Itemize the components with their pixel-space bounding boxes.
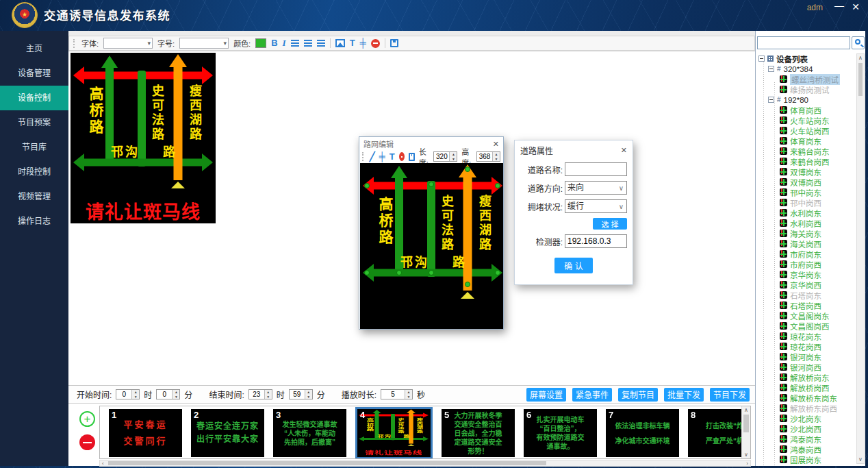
- align-center-icon[interactable]: [304, 40, 312, 47]
- tree-device-item[interactable]: 银河岗东: [757, 352, 857, 362]
- main-sign-preview[interactable]: 高桥路 史可法路 瘦西湖路 邗沟 路 请礼让斑马线: [71, 53, 216, 223]
- close-icon[interactable]: ✕: [493, 140, 499, 149]
- collapse-icon[interactable]: [768, 66, 774, 72]
- playlist-thumb-5[interactable]: 5大力开展秋冬季交通安全整治百日会战，全力稳定道路交通安全形势！: [442, 409, 515, 457]
- minimize-icon[interactable]: —: [832, 0, 846, 11]
- action-button-3[interactable]: 批量下发: [664, 388, 704, 402]
- collapse-icon[interactable]: [758, 56, 765, 62]
- tree-device-item[interactable]: 国展岗东: [757, 454, 857, 465]
- tree-device-item[interactable]: 水利岗西: [757, 218, 857, 228]
- tree-device-item[interactable]: 来鹤台岗西: [757, 156, 857, 167]
- congestion-select[interactable]: 缓行: [565, 199, 627, 213]
- duration-stepper[interactable]: ▲▼: [381, 389, 413, 399]
- tree-device-item[interactable]: 文昌阁岗西: [757, 321, 857, 331]
- tree-device-item[interactable]: 京华岗东: [757, 269, 857, 280]
- remove-program-button[interactable]: [79, 434, 95, 450]
- action-button-1[interactable]: 紧急事件: [572, 388, 612, 402]
- text-tool-icon[interactable]: T: [390, 152, 395, 162]
- thumbnails-horizontal-scrollbar[interactable]: ‹ ›: [99, 460, 751, 467]
- scroll-down-icon[interactable]: ∨: [857, 456, 864, 463]
- tree-device-item[interactable]: 解放桥东岗东: [757, 393, 857, 403]
- insert-image-icon[interactable]: [335, 39, 345, 47]
- thumbnails-vertical-scrollbar[interactable]: ∧ ∨: [741, 406, 750, 458]
- italic-icon[interactable]: I: [283, 38, 286, 48]
- stepper-arrows-icon[interactable]: ▲▼: [172, 390, 179, 399]
- tree-scrollbar[interactable]: ∧ ∨: [856, 53, 865, 464]
- road-sign-canvas[interactable]: 高桥路 史可法路 瘦西湖路 邗沟 路 请礼让斑马线: [357, 409, 430, 456]
- tree-device-item[interactable]: 螺丝湾桥测试: [757, 74, 857, 84]
- end-minute-input[interactable]: [290, 390, 305, 399]
- length-stepper[interactable]: ▲▼: [433, 151, 457, 162]
- tree-device-item[interactable]: 市府岗西: [757, 259, 857, 269]
- tree-device-item[interactable]: 解放桥岗西: [757, 382, 857, 393]
- sidebar-item-1[interactable]: 设备管理: [0, 61, 68, 86]
- start-minute-input[interactable]: [157, 390, 172, 399]
- sidebar-item-6[interactable]: 视频管理: [0, 184, 68, 209]
- tree-group-1[interactable]: #192*80: [757, 95, 857, 105]
- road-sign-canvas[interactable]: 高桥路 史可法路 瘦西湖路 邗沟 路 请礼让斑马线: [71, 53, 216, 223]
- duration-input[interactable]: [381, 390, 405, 399]
- tree-device-item[interactable]: 石塔岗东: [757, 290, 857, 300]
- close-icon[interactable]: ✕: [849, 1, 863, 12]
- playlist-thumb-1[interactable]: 1平安春运交警同行: [109, 409, 182, 457]
- font-size-select[interactable]: [179, 38, 229, 49]
- font-select[interactable]: [103, 38, 153, 49]
- height-input[interactable]: [477, 152, 492, 161]
- road-name-input[interactable]: [565, 162, 627, 176]
- start-hour-stepper[interactable]: ▲▼: [116, 389, 140, 399]
- sidebar-item-3[interactable]: 节目预案: [0, 110, 68, 135]
- stepper-arrows-icon[interactable]: ▲▼: [492, 152, 500, 161]
- road-network-icon[interactable]: ╪: [360, 38, 366, 48]
- bold-icon[interactable]: B: [271, 38, 277, 48]
- text-tool-icon[interactable]: T: [350, 38, 355, 48]
- tree-device-item[interactable]: 解放桥东岗西: [757, 403, 857, 413]
- action-button-2[interactable]: 复制节目: [618, 388, 658, 402]
- tree-device-item[interactable]: 鸿泰岗西: [757, 444, 857, 454]
- color-swatch[interactable]: [255, 38, 266, 48]
- tree-device-item[interactable]: 火车站岗东: [757, 115, 857, 125]
- tree-device-item[interactable]: 邗中岗东: [757, 187, 857, 197]
- detector-input[interactable]: [565, 234, 627, 248]
- height-stepper[interactable]: ▲▼: [476, 151, 500, 162]
- playlist-thumb-4[interactable]: 4 高桥路 史可法路 瘦西湖路 邗沟 路 请礼让斑马线: [355, 407, 433, 459]
- tree-device-item[interactable]: 沙北岗东: [757, 413, 857, 423]
- scroll-down-icon[interactable]: ∨: [742, 452, 750, 458]
- start-hour-input[interactable]: [116, 390, 131, 399]
- sidebar-item-5[interactable]: 时段控制: [0, 160, 68, 184]
- tree-device-item[interactable]: 海关岗西: [757, 238, 857, 249]
- tree-device-item[interactable]: 水利岗东: [757, 208, 857, 218]
- tree-device-item[interactable]: 海关岗东: [757, 228, 857, 238]
- delete-icon[interactable]: [371, 39, 380, 48]
- save-icon[interactable]: [409, 153, 415, 161]
- align-left-icon[interactable]: [291, 40, 299, 47]
- action-button-4[interactable]: 节目下发: [710, 388, 750, 402]
- scroll-up-icon[interactable]: ∧: [742, 407, 750, 413]
- align-right-icon[interactable]: [317, 40, 325, 47]
- delete-icon[interactable]: [399, 152, 405, 161]
- tree-device-item[interactable]: 国展岗西: [757, 465, 857, 466]
- end-minute-stepper[interactable]: ▲▼: [289, 389, 313, 399]
- road-sign-canvas[interactable]: 高桥路 史可法路 瘦西湖路 邗沟 路 请礼让斑马线: [360, 163, 503, 329]
- sidebar-item-2[interactable]: 设备控制: [0, 86, 68, 110]
- scrollbar-thumb[interactable]: [858, 63, 863, 96]
- scroll-left-icon[interactable]: ‹: [102, 460, 104, 467]
- tree-device-item[interactable]: 双博岗东: [757, 167, 857, 177]
- sidebar-item-4[interactable]: 节目库: [0, 135, 68, 160]
- tree-device-item[interactable]: 解放桥岗东: [757, 372, 857, 382]
- scroll-up-icon[interactable]: ∧: [857, 55, 864, 61]
- road-network-icon[interactable]: ╪: [379, 152, 385, 162]
- save-icon[interactable]: [390, 39, 398, 47]
- sidebar-item-0[interactable]: 主页: [0, 36, 68, 61]
- tree-device-item[interactable]: 京华岗西: [757, 280, 857, 290]
- stepper-arrows-icon[interactable]: ▲▼: [264, 390, 272, 399]
- length-input[interactable]: [434, 152, 449, 161]
- tree-device-item[interactable]: 双博岗西: [757, 177, 857, 187]
- draw-line-icon[interactable]: ╱: [370, 152, 375, 162]
- end-hour-input[interactable]: [249, 390, 264, 399]
- add-program-button[interactable]: +: [79, 411, 95, 427]
- tree-device-item[interactable]: 体育岗东: [757, 136, 857, 146]
- tree-device-item[interactable]: 维扬岗测试: [757, 84, 857, 95]
- tree-device-item[interactable]: 邗中岗西: [757, 197, 857, 208]
- confirm-button[interactable]: 确 认: [554, 258, 593, 273]
- playlist-thumb-3[interactable]: 3发生轻微交通事故“人未伤，车能动先拍照，后撤离”: [273, 409, 346, 457]
